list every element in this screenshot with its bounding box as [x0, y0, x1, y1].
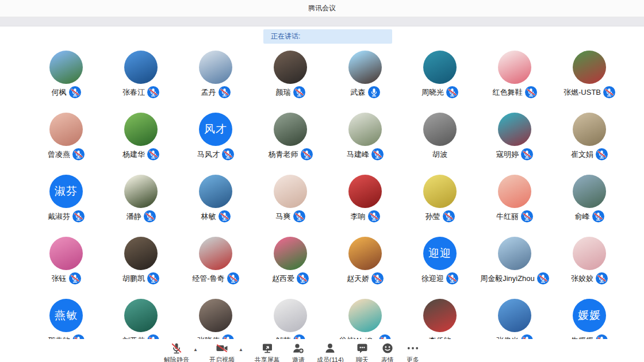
mic-muted-icon [596, 148, 608, 160]
participant-avatar [573, 113, 606, 146]
participant-avatar [498, 51, 531, 84]
participant[interactable]: 迎迎 徐迎迎 [402, 237, 477, 299]
window-title: 腾讯会议 [308, 3, 336, 13]
members-icon [323, 341, 337, 355]
participant-name-row: 崔文娟 [571, 148, 608, 160]
participant-avatar [199, 299, 232, 332]
participant-name: 牛红丽 [496, 211, 519, 222]
participant[interactable]: 周晓光 [402, 51, 477, 113]
participant-name: 戴淑芬 [48, 211, 70, 222]
participant-avatar-text: 媛媛 [573, 299, 606, 332]
participant[interactable]: 孙莹 [402, 175, 477, 237]
mic-muted-icon [592, 210, 604, 222]
participant[interactable]: 红色舞鞋 [477, 51, 552, 113]
mic-muted-icon [293, 86, 305, 98]
mic-muted-icon [72, 148, 85, 160]
participant-name-row: 曾凌燕 [48, 148, 85, 160]
participant[interactable]: 牛红丽 [477, 175, 552, 237]
toolbar-label-share-screen: 共享屏幕 [255, 356, 280, 362]
participant-name-row: 马爽 [276, 210, 305, 222]
participant[interactable]: 马建峰 [328, 113, 402, 175]
toolbar-label-invite: 邀请 [292, 356, 305, 362]
participant[interactable]: 潘静 [103, 175, 178, 237]
participant[interactable]: 颜瑞 [253, 51, 328, 113]
participant-name-row: 赵西爱 [272, 272, 309, 284]
participant-name: 胡鹏凯 [122, 274, 145, 284]
participant[interactable]: 曾凌燕 [29, 113, 103, 175]
participant-avatar-text: 风才 [199, 113, 232, 146]
participant-avatar-text: 淑芬 [49, 175, 83, 208]
participant-avatar [274, 51, 307, 84]
participant[interactable]: 李响 [328, 175, 402, 237]
mic-muted-icon [69, 86, 81, 98]
participant-avatar [124, 113, 158, 146]
caret-up-icon[interactable]: ▲ [239, 347, 243, 352]
mic-muted-icon [446, 86, 458, 98]
participant-name-row: 孙莹 [425, 210, 455, 222]
toolbar-label-mic-off: 解除静音 [164, 356, 189, 362]
participant[interactable]: 俞峰 [552, 175, 627, 237]
toolbar-button-mic-off[interactable]: 解除静音 [164, 339, 189, 362]
participant-name: 杨建华 [122, 149, 145, 160]
participant[interactable]: 杨青老师 [253, 113, 328, 175]
participant[interactable]: 胡鹏凯 [103, 237, 178, 299]
participant[interactable]: 张姣姣 [552, 237, 627, 299]
toolbar-button-chat[interactable]: 聊天 [355, 339, 369, 362]
mic-muted-icon [227, 272, 239, 284]
participant[interactable]: 杨建华 [103, 113, 178, 175]
participant[interactable]: 崔文娟 [552, 113, 627, 175]
participant[interactable]: 何枫 [29, 51, 103, 113]
participant-name-row: 潘静 [126, 210, 156, 222]
participant-avatar [199, 237, 232, 270]
participant-grid: 何枫 张春江 孟丹 颜瑞 武森 周晓光 [29, 51, 627, 361]
participant-name: 何枫 [52, 87, 67, 98]
participant-avatar [423, 175, 457, 208]
participant[interactable]: 林敏 [178, 175, 253, 237]
more-icon [406, 341, 420, 355]
mic-muted-icon [603, 86, 615, 98]
participant[interactable]: 经管-鲁奇 [178, 237, 253, 299]
participant[interactable]: 张燃-USTB [552, 51, 627, 113]
participant-avatar [573, 237, 606, 270]
mic-muted-icon [147, 272, 159, 284]
participant[interactable]: 胡波 [402, 113, 477, 175]
toolbar-label-members: 成员(114) [317, 356, 344, 362]
participant[interactable]: 寇明婷 [477, 113, 552, 175]
video-off-icon [215, 341, 229, 355]
toolbar-button-emoji[interactable]: 表情 [381, 339, 394, 362]
toolbar-button-invite[interactable]: 邀请 [292, 339, 305, 362]
participant[interactable]: 赵天娇 [328, 237, 402, 299]
participant-avatar [348, 51, 382, 84]
participant[interactable]: 武森 [328, 51, 402, 113]
toolbar-button-members[interactable]: 成员(114) [317, 339, 344, 362]
mic-muted-icon [222, 148, 234, 160]
share-screen-icon [260, 341, 274, 355]
participant-avatar [274, 299, 307, 332]
participant-name: 俞峰 [575, 211, 590, 222]
participant[interactable]: 孟丹 [178, 51, 253, 113]
participant[interactable]: 周金毅JinyiZhou [477, 237, 552, 299]
mic-muted-icon [596, 272, 608, 284]
toolbar-button-share-screen[interactable]: 共享屏幕 [255, 339, 280, 362]
participant-name-row: 武森 [351, 86, 380, 98]
participant-name: 徐迎迎 [421, 274, 444, 284]
participant[interactable]: 马爽 [253, 175, 328, 237]
toolbar-button-more[interactable]: 更多 [406, 339, 420, 362]
participant[interactable]: 淑芬 戴淑芬 [29, 175, 103, 237]
participant[interactable]: 张钰 [29, 237, 103, 299]
participant-avatar [498, 113, 531, 146]
participant[interactable]: 张春江 [103, 51, 178, 113]
participant-name-row: 林敏 [201, 210, 231, 222]
participant[interactable]: 赵西爱 [253, 237, 328, 299]
caret-up-icon[interactable]: ▲ [193, 347, 198, 352]
toolbar-button-video-off[interactable]: 开启视频 [209, 339, 235, 362]
toolbar-group-share-screen: 共享屏幕 [255, 339, 280, 362]
emoji-icon [381, 341, 394, 355]
mic-muted-icon [218, 86, 231, 98]
participant[interactable]: 风才 马风才 [178, 113, 253, 175]
window-titlebar: 腾讯会议 [0, 0, 644, 17]
mic-active-icon [368, 86, 380, 98]
speaking-banner: 正在讲话: [263, 29, 392, 44]
secondary-bar [0, 17, 644, 26]
participant-avatar [348, 237, 382, 270]
